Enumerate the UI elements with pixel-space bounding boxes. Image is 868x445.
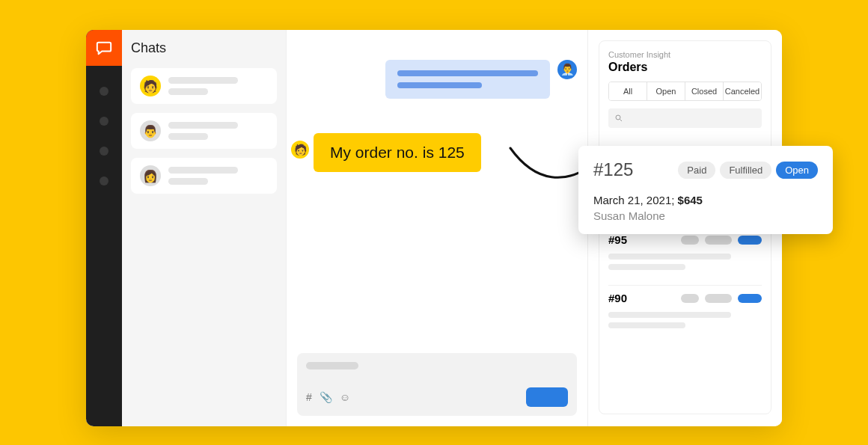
placeholder-line [608, 312, 731, 318]
status-pill [738, 294, 762, 303]
status-pill [705, 236, 732, 245]
order-customer-name: Susan Malone [593, 209, 818, 222]
placeholder-line [168, 133, 208, 140]
status-pill [705, 294, 732, 303]
order-id: #125 [593, 159, 633, 180]
badge-open: Open [776, 162, 818, 179]
svg-point-0 [616, 115, 620, 120]
avatar: 🧑 [140, 76, 161, 96]
hash-icon[interactable]: # [306, 391, 312, 403]
customer-avatar: 🧑 [291, 141, 309, 159]
badge-paid: Paid [678, 162, 715, 179]
send-button[interactable] [526, 387, 568, 407]
search-icon [614, 114, 623, 123]
chat-bubble-icon [96, 40, 112, 56]
conversation-column: 👨‍💼 🧑 My order no. is 125 # 📎 ☺ [287, 30, 587, 426]
conversation-scroll: 👨‍💼 🧑 My order no. is 125 [287, 30, 587, 353]
order-search-input[interactable] [608, 108, 762, 128]
status-pill [681, 294, 699, 303]
status-pill [681, 236, 699, 245]
placeholder-line [168, 178, 208, 185]
agent-message [385, 60, 550, 99]
order-id: #90 [608, 292, 627, 304]
placeholder-line [168, 88, 208, 95]
svg-line-1 [620, 120, 623, 122]
nav-item[interactable] [100, 87, 109, 96]
placeholder-line [397, 82, 482, 88]
order-list-item[interactable]: #95 [608, 227, 762, 285]
chats-title: Chats [131, 40, 277, 56]
order-id: #95 [608, 233, 627, 246]
placeholder-line [168, 77, 238, 84]
nav-rail [86, 30, 122, 426]
chat-list-item[interactable]: 👨 [131, 113, 277, 149]
customer-message: My order no. is 125 [314, 133, 481, 172]
status-pill [738, 236, 762, 245]
badge-fulfilled: Fulfilled [720, 162, 771, 179]
chat-list-item[interactable]: 🧑 [131, 68, 277, 104]
placeholder-line [608, 254, 731, 260]
nav-item[interactable] [100, 117, 109, 126]
panel-subtitle: Customer Insight [608, 50, 762, 59]
app-logo[interactable] [86, 30, 122, 66]
chats-sidebar: Chats 🧑 👨 👩 [122, 30, 287, 426]
placeholder-line [608, 264, 685, 270]
emoji-icon[interactable]: ☺ [340, 391, 350, 403]
tab-closed[interactable]: Closed [685, 82, 724, 100]
tab-all[interactable]: All [609, 82, 647, 100]
attachment-icon[interactable]: 📎 [320, 391, 332, 403]
order-detail-card[interactable]: #125 Paid Fulfilled Open March 21, 2021;… [578, 146, 833, 234]
agent-avatar: 👨‍💼 [557, 60, 577, 79]
nav-item[interactable] [100, 177, 109, 185]
placeholder-line [168, 122, 238, 129]
tab-canceled[interactable]: Canceled [724, 82, 761, 100]
placeholder-line [608, 322, 685, 328]
nav-item[interactable] [100, 147, 109, 156]
order-list-item[interactable]: #90 [608, 285, 762, 343]
placeholder-line [397, 70, 538, 76]
order-filter-tabs: All Open Closed Canceled [608, 82, 762, 101]
order-date-amount: March 21, 2021; $645 [593, 194, 818, 206]
chat-list-item[interactable]: 👩 [131, 158, 277, 194]
avatar: 👨 [140, 120, 161, 141]
tab-open[interactable]: Open [647, 82, 685, 100]
avatar: 👩 [140, 165, 161, 186]
composer-placeholder [306, 362, 358, 369]
message-composer[interactable]: # 📎 ☺ [297, 353, 577, 416]
panel-title: Orders [608, 61, 762, 74]
placeholder-line [168, 167, 238, 174]
